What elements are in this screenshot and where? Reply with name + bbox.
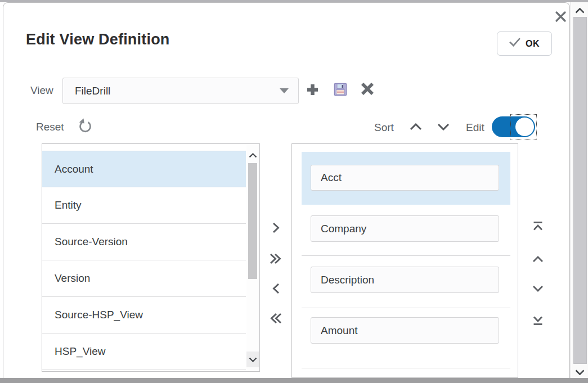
save-view-button[interactable] [332,82,349,99]
refresh-icon [77,118,93,136]
list-item-entity[interactable]: Entity [42,187,246,224]
view-dropdown[interactable]: FileDrill [62,78,299,104]
background-bottom-edge [0,378,588,383]
move-up-button[interactable] [529,251,547,268]
chevron-down-icon [575,367,585,377]
reset-label: Reset [36,121,64,133]
move-left-button[interactable] [266,281,285,299]
window-scroll-down-button[interactable] [572,366,588,379]
list-item-hsp-view[interactable]: HSP_View [42,334,246,370]
checkmark-icon [509,38,520,49]
chevron-right-icon [272,222,280,236]
available-dimensions-rows: Account Entity Source-Version Version So… [42,151,246,370]
ok-button[interactable]: OK [497,31,552,56]
ok-button-label: OK [526,39,540,49]
list-item-version[interactable]: Version [42,260,246,297]
move-right-button[interactable] [266,220,285,238]
chevron-down-icon [249,354,257,364]
list-scroll-down-button[interactable] [246,352,259,367]
move-down-button[interactable] [529,281,547,298]
chevron-down-icon [532,284,544,294]
move-all-right-button[interactable] [266,251,285,269]
sort-descending-button[interactable] [436,120,451,135]
chevron-up-icon [575,6,585,16]
chevron-up-icon [410,123,422,133]
delete-view-button[interactable] [359,82,376,98]
double-chevron-right-icon [270,253,282,267]
chevron-down-icon [437,123,450,133]
window-scrollbar[interactable] [571,2,588,383]
row-separator [302,255,510,256]
column-field-company[interactable] [311,215,499,242]
list-scroll-up-button[interactable] [246,149,259,161]
sort-ascending-button[interactable] [408,120,424,135]
chevron-up-icon [249,150,257,160]
list-item-source-hsp-view[interactable]: Source-HSP_View [42,297,246,334]
sort-label: Sort [374,121,394,134]
chevron-down-bar-icon [532,315,544,328]
selected-columns-list [291,143,518,378]
chevron-up-icon [532,255,544,265]
available-dimensions-list: Account Entity Source-Version Version So… [42,143,260,372]
move-to-top-button[interactable] [529,219,547,236]
double-chevron-left-icon [270,313,282,326]
chevron-left-icon [272,283,280,296]
edit-view-definition-dialog: Edit View Definition OK View FileDrill [3,2,570,378]
list-item-source-version[interactable]: Source-Version [42,224,246,260]
reset-button[interactable] [77,119,93,136]
floppy-disk-icon [334,83,347,98]
page-title: Edit View Definition [26,31,170,48]
view-label: View [30,84,53,97]
list-item-account[interactable]: Account [42,151,246,187]
close-button[interactable] [553,10,568,25]
move-all-left-button[interactable] [266,310,285,328]
x-icon [360,82,375,98]
close-icon [555,11,567,25]
view-dropdown-value: FileDrill [63,85,280,97]
move-to-bottom-button[interactable] [529,313,547,330]
column-field-acct[interactable] [311,165,499,191]
row-separator [302,308,510,308]
add-view-button[interactable] [304,82,321,99]
plus-icon [306,83,320,99]
chevron-down-triangle-icon [280,88,289,93]
edit-label: Edit [466,121,484,134]
column-field-amount[interactable] [311,317,499,344]
toggle-knob [515,118,534,136]
row-separator [302,368,510,368]
window-scroll-up-button[interactable] [572,4,588,17]
window-scrollbar-thumb[interactable] [573,17,587,364]
edit-toggle[interactable] [492,116,535,137]
chevron-up-bar-icon [532,221,544,234]
edit-view-definition-dialog-screen: Edit View Definition OK View FileDrill [0,0,588,383]
column-field-description[interactable] [311,267,499,293]
list-scrollbar-thumb[interactable] [248,163,257,279]
list-scrollbar [246,145,259,371]
